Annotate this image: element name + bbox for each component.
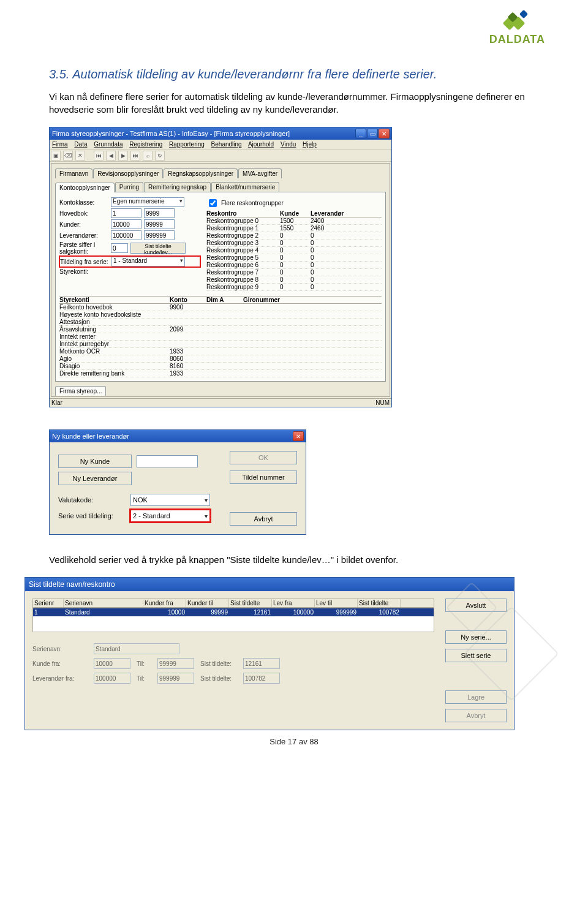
toolbar-icon[interactable]: ▣ xyxy=(51,151,61,161)
tab-purring[interactable]: Purring xyxy=(115,182,143,192)
lev-sist-input xyxy=(243,673,280,684)
menu-item[interactable]: Rapportering xyxy=(169,141,205,148)
dima-col-header: Dim A xyxy=(206,297,243,303)
tab-revisjon[interactable]: Revisjonsopplysninger xyxy=(93,168,163,178)
reskontro-row[interactable]: Reskontrogruppe 200 xyxy=(206,232,382,240)
tab-remittering[interactable]: Remittering regnskap xyxy=(144,182,211,192)
prev-icon[interactable]: ◀ xyxy=(106,151,116,161)
tildeling-serie-select[interactable]: 1 - Standard xyxy=(111,257,185,266)
reskontro-row[interactable]: Reskontrogruppe 700 xyxy=(206,269,382,276)
tab-blankett[interactable]: Blankett/nummerserie xyxy=(211,182,279,192)
dialog-titlebar: Ny kunde eller leverandør ✕ xyxy=(50,430,306,442)
toolbar-icon[interactable]: ⌫ xyxy=(63,151,73,161)
menu-item[interactable]: Firma xyxy=(52,141,68,148)
reskontro-row[interactable]: Reskontrogruppe 300 xyxy=(206,240,382,247)
menu-item[interactable]: Ajourhold xyxy=(248,141,274,148)
tab-mva[interactable]: MVA-avgifter xyxy=(238,168,282,178)
lev-to-input[interactable] xyxy=(144,230,175,240)
hovedbok-from-input[interactable] xyxy=(111,208,141,218)
menu-item[interactable]: Data xyxy=(74,141,87,148)
reskontro-row[interactable]: Reskontrogruppe 500 xyxy=(206,254,382,262)
last-icon[interactable]: ⏭ xyxy=(130,151,140,161)
forste-siffer-input[interactable] xyxy=(111,243,128,253)
flere-reskontrogrupper-checkbox[interactable] xyxy=(209,199,217,207)
kontoklasse-select[interactable]: Egen nummerserie xyxy=(111,197,184,207)
next-icon[interactable]: ▶ xyxy=(118,151,128,161)
styrekonti-row[interactable]: Inntekt purregebyr xyxy=(59,341,382,348)
kunde-til-input xyxy=(157,658,194,669)
menu-item[interactable]: Grunndata xyxy=(94,141,123,148)
avbryt-button[interactable]: Avbryt xyxy=(445,709,507,722)
styrekonti-row[interactable]: Disagio8160 xyxy=(59,363,382,370)
styrekonti-row[interactable]: Årsavslutning2099 xyxy=(59,326,382,333)
ny-kunde-button[interactable]: Ny Kunde xyxy=(58,455,132,468)
styrekonti-row[interactable]: Agio8060 xyxy=(59,355,382,363)
app-tab[interactable]: Firma styreop... xyxy=(55,386,106,396)
reskontro-row[interactable]: Reskontrogruppe 900 xyxy=(206,284,382,291)
lev-from-input[interactable] xyxy=(111,230,141,240)
reskontro-row[interactable]: Reskontrogruppe 015002400 xyxy=(206,217,382,225)
serie-grid-row[interactable]: 1 Standard 10000 99999 12161 100000 9999… xyxy=(33,608,434,616)
reskontro-row[interactable]: Reskontrogruppe 400 xyxy=(206,247,382,254)
kunde-nr-input[interactable] xyxy=(137,455,198,467)
serie-ved-tildeling-label: Serie ved tildeling: xyxy=(58,512,126,520)
gironummer-col-header: Gironummer xyxy=(243,297,292,303)
konto-col-header: Konto xyxy=(170,297,206,303)
toolbar: ▣ ⌫ ✕ ⏮ ◀ ▶ ⏭ ⌕ ↻ xyxy=(50,149,391,162)
ny-serie-button[interactable]: Ny serie... xyxy=(445,630,507,644)
refresh-icon[interactable]: ↻ xyxy=(155,151,165,161)
tab-kontoopplysninger[interactable]: Kontoopplysninger xyxy=(55,183,115,192)
kunde-fra-label: Kunde fra: xyxy=(32,660,88,667)
first-icon[interactable]: ⏮ xyxy=(94,151,104,161)
styrekonti-row[interactable]: Motkonto OCR1933 xyxy=(59,348,382,355)
dialog-title: Ny kunde eller leverandør xyxy=(52,433,129,440)
statusbar: Klar NUM xyxy=(50,398,391,407)
maximize-icon[interactable]: ▭ xyxy=(367,129,378,138)
kunder-from-input[interactable] xyxy=(111,219,141,229)
tab-row-2: Kontoopplysninger Purring Remittering re… xyxy=(55,182,386,192)
slett-serie-button[interactable]: Slett serie xyxy=(445,649,507,662)
valutakode-label: Valutakode: xyxy=(58,496,126,504)
section-heading: 3.5. Automatisk tildeling av kunde/lever… xyxy=(49,67,539,81)
styrekonti-row[interactable]: Feilkonto hovedbok9900 xyxy=(59,304,382,311)
lev-til-input xyxy=(157,673,194,684)
styrekonti-row[interactable]: Inntekt renter xyxy=(59,333,382,341)
hovedbok-to-input[interactable] xyxy=(144,208,175,218)
ny-leverandor-button[interactable]: Ny Leverandør xyxy=(58,472,132,485)
forste-siffer-label: Første siffer i salgskonti: xyxy=(59,241,108,255)
minimize-icon[interactable]: _ xyxy=(355,129,366,138)
menu-item[interactable]: Vindu xyxy=(281,141,296,148)
tildel-nummer-button[interactable]: Tildel nummer xyxy=(230,470,297,484)
tab-regnskap[interactable]: Regnskapsopplysninger xyxy=(164,168,238,178)
avslutt-button[interactable]: Avslutt xyxy=(445,599,507,612)
reskontro-row[interactable]: Reskontrogruppe 600 xyxy=(206,262,382,269)
avbryt-button[interactable]: Avbryt xyxy=(230,512,297,526)
tab-firmanavn[interactable]: Firmanavn xyxy=(55,168,92,178)
menu-item[interactable]: Behandling xyxy=(211,141,242,148)
styrekonti-row[interactable]: Direkte remittering bank1933 xyxy=(59,370,382,377)
menu-item[interactable]: Registrering xyxy=(129,141,162,148)
sist-tildelte-button[interactable]: Sist tildelte kunde/lev... xyxy=(130,243,186,254)
serie-grid[interactable]: 1 Standard 10000 99999 12161 100000 9999… xyxy=(32,608,434,632)
reskontro-row[interactable]: Reskontrogruppe 800 xyxy=(206,276,382,284)
valutakode-select[interactable]: NOK xyxy=(130,494,210,506)
styrekonti-row[interactable]: Attestasjon xyxy=(59,319,382,326)
toolbar-icon[interactable]: ✕ xyxy=(75,151,85,161)
close-icon[interactable]: ✕ xyxy=(379,129,390,138)
styrekonti-row[interactable]: Høyeste konto hovedboksliste xyxy=(59,311,382,319)
menu-item[interactable]: Hjelp xyxy=(303,141,317,148)
close-icon[interactable]: ✕ xyxy=(293,431,304,441)
reskontro-row[interactable]: Reskontrogruppe 115502460 xyxy=(206,225,382,232)
kunde-col-header: Kunde xyxy=(280,210,311,217)
status-text: Klar xyxy=(51,399,62,406)
hovedbok-label: Hovedbok: xyxy=(59,210,108,217)
ok-button[interactable]: OK xyxy=(230,451,297,464)
lagre-button[interactable]: Lagre xyxy=(445,690,507,704)
search-icon[interactable]: ⌕ xyxy=(143,151,153,161)
serie-ved-tildeling-select[interactable]: 2 - Standard xyxy=(130,510,210,522)
styrekonti-col-header: Styrekonti xyxy=(59,297,170,303)
leverandorer-label: Leverandører: xyxy=(59,232,108,239)
sist-tildelte-dialog: Sist tildelte navn/reskontro Serienr Ser… xyxy=(24,577,514,730)
kunder-to-input[interactable] xyxy=(144,219,175,229)
kunder-label: Kunder: xyxy=(59,221,108,228)
